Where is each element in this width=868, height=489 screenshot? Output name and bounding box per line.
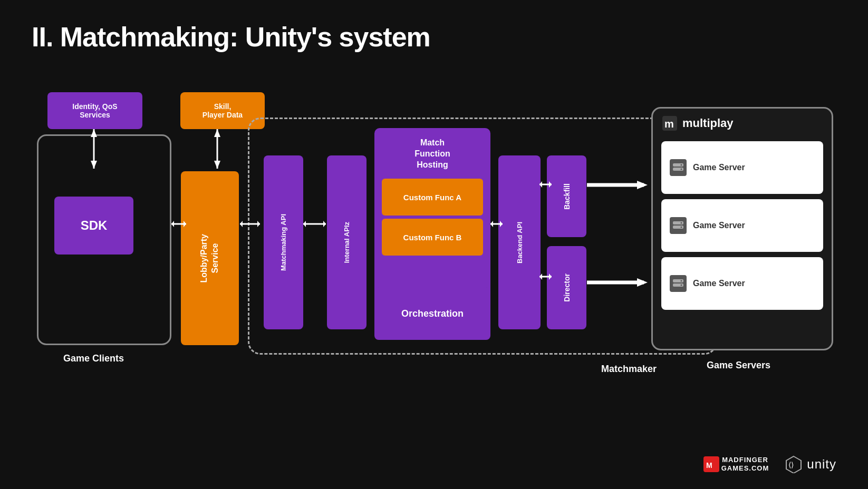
unity-label: unity — [807, 457, 836, 472]
game-server-label-1: Game Server — [693, 163, 745, 172]
svg-text:m: m — [664, 118, 674, 130]
madfinger-icon: M — [703, 456, 719, 472]
matchmaking-internal-arrow — [303, 219, 327, 229]
game-server-label-3: Game Server — [693, 279, 745, 288]
svg-marker-20 — [549, 181, 552, 188]
backend-api-box: Backend API — [498, 155, 541, 329]
page-title: II. Matchmaking: Unity's system — [32, 21, 430, 53]
server-icon-2 — [670, 217, 687, 234]
svg-point-33 — [681, 169, 682, 170]
unity-icon: ⟨⟩ — [785, 455, 803, 473]
game-server-card-2: Game Server — [661, 199, 823, 252]
director-box: Director — [547, 246, 586, 329]
madfinger-logo: M MADFINGER GAMES.COM — [703, 456, 769, 472]
server-icon-3 — [670, 275, 687, 292]
skill-lobby-arrow — [212, 129, 223, 171]
svg-marker-5 — [214, 129, 220, 137]
identity-sdk-arrow — [89, 129, 99, 171]
internal-apiz-label: Internal APIz — [343, 222, 351, 263]
matchmaking-api-label: Matchmaking API — [279, 214, 287, 271]
svg-marker-11 — [257, 221, 260, 227]
svg-point-37 — [681, 227, 682, 228]
matchmaking-api-box: Matchmaking API — [264, 155, 303, 329]
svg-marker-1 — [91, 161, 97, 169]
server-icon-1 — [670, 159, 687, 176]
sdk-box: SDK — [54, 197, 133, 255]
director-multiplay-arrow — [587, 277, 650, 288]
matchmaker-label: Matchmaker — [601, 364, 657, 375]
match-backend-arrow — [490, 219, 504, 229]
svg-text:M: M — [706, 461, 712, 470]
backfill-label: Backfill — [563, 183, 571, 210]
svg-marker-4 — [214, 161, 220, 169]
lobby-matchmaking-arrow — [240, 219, 261, 229]
orchestration-box: Orchestration — [374, 287, 490, 340]
diagram: Identity, QoS Services Skill, Player Dat… — [32, 92, 838, 387]
backend-director-arrow — [539, 271, 553, 282]
internal-apiz-box: Internal APIz — [327, 155, 367, 329]
multiplay-header: m multiplay — [653, 109, 832, 136]
unity-logo: ⟨⟩ unity — [785, 455, 836, 473]
backfill-box: Backfill — [547, 155, 586, 237]
identity-qos-box: Identity, QoS Services — [47, 92, 142, 129]
custom-func-a-box: Custom Func A — [382, 179, 483, 216]
lobby-party-box: Lobby/Party Service — [181, 171, 239, 345]
custom-func-b-box: Custom Func B — [382, 219, 483, 256]
sdk-label: SDK — [81, 218, 108, 233]
svg-point-36 — [681, 222, 682, 224]
game-server-card-1: Game Server — [661, 141, 823, 194]
game-clients-label: Game Clients — [63, 353, 124, 364]
logos-area: M MADFINGER GAMES.COM ⟨⟩ unity — [703, 455, 836, 473]
multiplay-panel: m multiplay Game Server — [651, 107, 833, 350]
svg-point-41 — [681, 285, 682, 286]
backfill-multiplay-arrow — [587, 179, 650, 191]
svg-marker-10 — [240, 221, 243, 227]
game-server-card-3: Game Server — [661, 257, 823, 310]
svg-marker-27 — [637, 278, 648, 287]
multiplay-label: multiplay — [682, 116, 734, 130]
svg-marker-22 — [539, 273, 542, 280]
svg-point-32 — [681, 164, 682, 166]
svg-marker-16 — [490, 221, 493, 227]
svg-marker-17 — [500, 221, 503, 227]
svg-point-40 — [681, 280, 682, 282]
lobby-party-label: Lobby/Party Service — [199, 234, 221, 282]
svg-marker-7 — [171, 221, 174, 227]
sdk-lobby-arrow — [171, 219, 187, 229]
game-servers-label: Game Servers — [707, 360, 770, 371]
game-server-label-2: Game Server — [693, 221, 745, 230]
orchestration-label: Orchestration — [401, 308, 464, 319]
svg-marker-2 — [91, 129, 97, 137]
svg-marker-14 — [323, 221, 326, 227]
director-label: Director — [563, 273, 571, 302]
svg-marker-8 — [184, 221, 186, 227]
multiplay-logo-icon: m — [662, 116, 677, 131]
svg-marker-25 — [637, 181, 648, 189]
identity-qos-label: Identity, QoS Services — [72, 102, 117, 119]
svg-marker-23 — [549, 273, 552, 280]
svg-marker-19 — [539, 181, 542, 188]
svg-marker-13 — [303, 221, 306, 227]
skill-player-data-label: Skill, Player Data — [202, 102, 243, 119]
backend-backfill-arrow — [539, 179, 553, 190]
match-function-title: Match Function Hosting — [374, 128, 490, 174]
game-clients-box: SDK — [37, 134, 171, 345]
svg-text:⟨⟩: ⟨⟩ — [788, 461, 794, 469]
backend-api-label: Backend API — [516, 222, 524, 263]
